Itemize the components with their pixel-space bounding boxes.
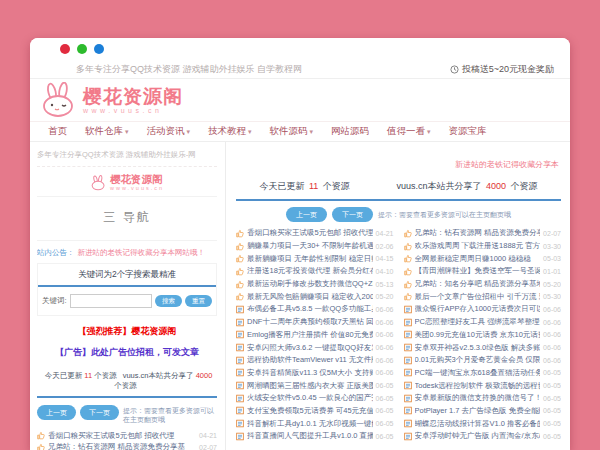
list-item[interactable]: DNF十二周年庆典预约领取7天黑钻 回归用户 06-06 bbox=[236, 316, 394, 329]
close-window-button[interactable] bbox=[60, 44, 70, 54]
nav-menu-item[interactable]: 资源宝库 bbox=[440, 125, 496, 138]
list-item[interactable]: 安卓最新版的微信支持换的微信号了！iOS版 06-05 bbox=[404, 392, 562, 405]
article-date: 06-05 bbox=[543, 382, 561, 389]
sidebar-slogan: 多年专注分享QQ技术资源 游戏辅助外挂娱乐-网 bbox=[37, 147, 217, 167]
article-title-link[interactable]: 【青田潮牌鞋业】免费送空军一号圣诞1970g bbox=[415, 266, 541, 276]
search-input[interactable] bbox=[70, 294, 152, 308]
list-item[interactable]: 香烟口粮买家王试吸5元包邮 招收代理 04-21 bbox=[236, 227, 394, 240]
article-title-link[interactable]: PC端一键淘宝京东618叠置猫活动任务工具 bbox=[415, 368, 541, 378]
list-item[interactable]: PotPlayer 1.7 去广告绿色版 免费全能版 直播 06-05 bbox=[404, 405, 562, 418]
list-item[interactable]: 网潮晒图第三届性感内衣大赛 正版美图等你秀 06-05 bbox=[236, 379, 394, 392]
list-item[interactable]: 最新无风险包赔躺赚项目 稳定收入200-500元 05-20 bbox=[236, 290, 394, 303]
article-title-link[interactable]: 抖音解析工具dy1.0.1 无水印视频一键解析软件 bbox=[247, 419, 373, 429]
list-item[interactable]: 安卓双开神器v2.5.3.0绿色版 解决多账号切换 06-06 bbox=[404, 341, 562, 354]
list-item[interactable]: 微众银行APP存入1000元话费次日可以获得充 06-06 bbox=[404, 303, 562, 316]
minimize-window-button[interactable] bbox=[77, 44, 87, 54]
nav-menu-item[interactable]: 软件源码 ▾ bbox=[261, 125, 323, 138]
reset-button[interactable]: 重置 bbox=[185, 295, 212, 308]
submit-promo-link[interactable]: 投稿送5~20元现金奖励 bbox=[450, 63, 554, 76]
article-title-link[interactable]: Todesk远程控制软件 极致流畅的远程协助工具 bbox=[415, 381, 541, 391]
list-item[interactable]: 最新躺赚项目 无年龄性别限制 稳定日赚300+ 04-15 bbox=[236, 252, 394, 265]
article-title-link[interactable]: DNF十二周年庆典预约领取7天黑钻 回归用户 bbox=[247, 317, 373, 327]
list-item[interactable]: Todesk远程控制软件 极致流畅的远程协助工具 06-05 bbox=[404, 379, 562, 392]
next-page-button[interactable]: 下一页 bbox=[332, 207, 373, 222]
article-title-link[interactable]: 安卓双开神器v2.5.3.0绿色版 解决多账号切换 bbox=[415, 343, 541, 353]
list-item[interactable]: PC恋照整理好友工具 强绑流翠琴整理专家 效 06-06 bbox=[404, 316, 562, 329]
site-logo[interactable]: 樱花资源阁 www.vuus.cn bbox=[83, 87, 183, 114]
article-date: 06-05 bbox=[543, 369, 561, 376]
article-title-link[interactable]: 网潮晒图第三届性感内衣大赛 正版美图等你秀 bbox=[247, 381, 373, 391]
article-title-link[interactable]: 欢乐游戏周周 下载注册送1888元 官方合作 bbox=[415, 241, 541, 251]
article-title-link[interactable]: 火绒安全软件v5.0.45 一款良心的国产安全软件 bbox=[247, 393, 373, 403]
article-title-link[interactable]: 香烟口粮买家王试吸5元包邮 招收代理 bbox=[247, 228, 373, 238]
article-title-link[interactable]: 远程协助软件TeamViewer v11 无文件版 方便 bbox=[247, 355, 373, 365]
article-title-link[interactable]: 兄弟站：钻石资源网 精品资源免费分享基 bbox=[48, 442, 196, 450]
list-item[interactable]: 安卓抖音精简版v11.3 仅5M大小 支持账号登录 06-06 bbox=[236, 367, 394, 380]
list-item[interactable]: 最新运动刷手修改步数支持微信QQ+ZFB步 05-13 bbox=[236, 278, 394, 291]
article-title-link[interactable]: 香烟口粮买家王试吸5元包邮 招收代理 bbox=[48, 431, 196, 441]
list-item[interactable]: 躺赚暴力项目一天30+ 不限制年龄机遇上车 02-06 bbox=[236, 240, 394, 253]
list-item[interactable]: 远程协助软件TeamViewer v11 无文件版 方便 06-06 bbox=[236, 354, 394, 367]
list-item[interactable]: 香烟口粮买家王试吸5元包邮 招收代理 04-21 bbox=[37, 430, 217, 442]
list-item[interactable]: 抖音直播间人气图提升工具v1.0.0 直播间自动发 06-05 bbox=[236, 430, 394, 443]
article-title-link[interactable]: PotPlayer 1.7 去广告绿色版 免费全能版 直播 bbox=[415, 406, 541, 416]
article-title-link[interactable]: 最新躺赚项目 无年龄性别限制 稳定日赚300+ bbox=[247, 254, 373, 264]
article-title-link[interactable]: 抖音直播间人气图提升工具v1.0.0 直播间自动发 bbox=[247, 431, 373, 441]
list-item[interactable]: 注册送18元零投资做代理 新会员分红存1000 04-10 bbox=[236, 265, 394, 278]
recommend-link[interactable]: 【强烈推荐】樱花资源阁 bbox=[37, 325, 217, 338]
article-title-link[interactable]: Emlog播客用户注册插件 价值80元免费分享 bbox=[247, 330, 373, 340]
nav-menu-item[interactable]: 首页 bbox=[39, 125, 76, 138]
list-item[interactable]: 兄弟站：钻石资源网 精品资源免费分享基 02-07 bbox=[37, 442, 217, 450]
maximize-window-button[interactable] bbox=[94, 44, 104, 54]
article-title-link[interactable]: 微众银行APP存入1000元话费次日可以获得充 bbox=[415, 304, 541, 314]
article-title-link[interactable]: 美团0.99元充值10元话费 京东10元话费秒到 bbox=[415, 330, 541, 340]
article-title-link[interactable]: 全网最新稳定周周日赚1000 稳稳稳 bbox=[415, 254, 541, 264]
article-title-link[interactable]: 注册送18元零投资做代理 新会员分红存1000 bbox=[247, 266, 373, 276]
nav-menu-item[interactable]: 网站源码 bbox=[322, 125, 378, 138]
article-title-link[interactable]: 兄弟站：知名分享吧 精品资源分享基地 bbox=[415, 279, 541, 289]
prev-page-button[interactable]: 上一页 bbox=[37, 405, 76, 420]
list-item[interactable]: 支付宝免费领取5元话费券 可45元充值三网50 06-05 bbox=[236, 405, 394, 418]
list-item[interactable]: 安卓浮动时钟无广告版 内置淘金/京东/野中/控 06-05 bbox=[404, 430, 562, 443]
nav-menu-item[interactable]: 活动资讯 ▾ bbox=[138, 125, 200, 138]
article-title-link[interactable]: 安卓最新版的微信支持换的微信号了！iOS版 bbox=[415, 393, 541, 403]
list-item[interactable]: 全网最新稳定周周日赚1000 稳稳稳 05-03 bbox=[404, 252, 562, 265]
article-title-link[interactable]: 蝴蝶忍活动线报计算器V1.0 撸客必备的一款软 bbox=[415, 419, 541, 429]
article-title-link[interactable]: PC恋照整理好友工具 强绑流翠琴整理专家 效 bbox=[415, 317, 541, 327]
article-title-link[interactable]: 安卓抖音精简版v11.3 仅5M大小 支持账号登录 bbox=[247, 368, 373, 378]
list-item[interactable]: 0.01元购买3个月爱奇艺黄金会员 仅限京东自 06-06 bbox=[404, 354, 562, 367]
list-item[interactable]: 兄弟站：钻石资源网 精品资源免费分享基地 02-07 bbox=[404, 227, 562, 240]
list-item[interactable]: 布偶必备工具v5.8.5 一款QQ多功能工具软件 06-06 bbox=[236, 303, 394, 316]
article-title-link[interactable]: 躺赚暴力项目一天30+ 不限制年龄机遇上车 bbox=[247, 241, 373, 251]
article-title-link[interactable]: 兄弟站：钻石资源网 精品资源免费分享基地 bbox=[415, 228, 541, 238]
list-item[interactable]: PC端一键淘宝京东618叠置猫活动任务工具 06-05 bbox=[404, 367, 562, 380]
list-item[interactable]: 【青田潮牌鞋业】免费送空军一号圣诞1970g 01-01 bbox=[404, 265, 562, 278]
search-button[interactable]: 搜索 bbox=[155, 295, 182, 308]
list-item[interactable]: 火绒安全软件v5.0.45 一款良心的国产安全软件 06-05 bbox=[236, 392, 394, 405]
article-date: 06-05 bbox=[376, 420, 394, 427]
list-item[interactable]: 安卓闪照大师v3.6.2 一键提取QQ好友发的闪照 06-06 bbox=[236, 341, 394, 354]
article-title-link[interactable]: 安卓闪照大师v3.6.2 一键提取QQ好友发的闪照 bbox=[247, 343, 373, 353]
sidebar-mini-logo[interactable]: 樱花资源阁 www.vuus.cn bbox=[37, 167, 217, 196]
nav-menu-item[interactable]: 技术教程 ▾ bbox=[199, 125, 261, 138]
list-item[interactable]: 美团0.99元充值10元话费 京东10元话费秒到 06-06 bbox=[404, 329, 562, 342]
bunny-logo-icon[interactable] bbox=[39, 82, 79, 118]
list-item[interactable]: 欢乐游戏周周 下载注册送1888元 官方合作 03-30 bbox=[404, 240, 562, 253]
list-item[interactable]: 最后一个文章广告位招租中 引千万流 聚八方 05-30 bbox=[404, 290, 562, 303]
article-title-link[interactable]: 布偶必备工具v5.8.5 一款QQ多功能工具软件 bbox=[247, 304, 373, 314]
article-title-link[interactable]: 最新运动刷手修改步数支持微信QQ+ZFB步 bbox=[247, 279, 373, 289]
ad-slot-link[interactable]: 【广告】此处广告位招租，可发文章 bbox=[37, 346, 217, 359]
nav-menu-item[interactable]: 软件仓库 ▾ bbox=[76, 125, 138, 138]
next-page-button[interactable]: 下一页 bbox=[80, 405, 119, 420]
list-item[interactable]: 抖音解析工具dy1.0.1 无水印视频一键解析软件 06-05 bbox=[236, 417, 394, 430]
article-title-link[interactable]: 最新无风险包赔躺赚项目 稳定收入200-500元 bbox=[247, 292, 373, 302]
nav-menu-item[interactable]: 值得一看 ▾ bbox=[378, 125, 440, 138]
prev-page-button[interactable]: 上一页 bbox=[286, 207, 327, 222]
article-title-link[interactable]: 支付宝免费领取5元话费券 可45元充值三网50 bbox=[247, 406, 373, 416]
list-item[interactable]: 兄弟站：知名分享吧 精品资源分享基地 05-20 bbox=[404, 278, 562, 291]
list-item[interactable]: Emlog播客用户注册插件 价值80元免费分享 06-06 bbox=[236, 329, 394, 342]
article-title-link[interactable]: 安卓浮动时钟无广告版 内置淘金/京东/野中/控 bbox=[415, 431, 541, 441]
list-item[interactable]: 蝴蝶忍活动线报计算器V1.0 撸客必备的一款软 06-05 bbox=[404, 417, 562, 430]
article-title-link[interactable]: 0.01元购买3个月爱奇艺黄金会员 仅限京东自 bbox=[415, 355, 541, 365]
article-title-link[interactable]: 最后一个文章广告位招租中 引千万流 聚八方 bbox=[415, 292, 541, 302]
